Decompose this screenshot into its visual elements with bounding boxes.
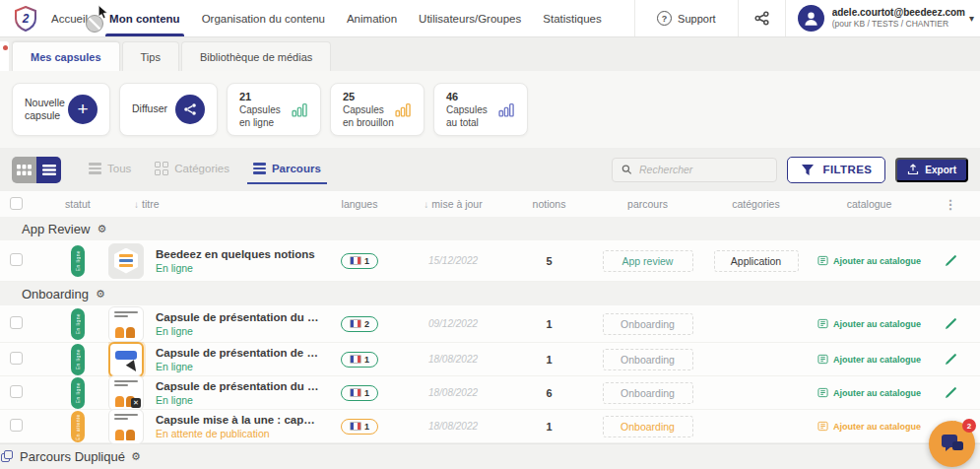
notions-count: 1 (507, 318, 591, 330)
edit-pencil-icon[interactable] (931, 317, 970, 330)
tab-bibliotheque[interactable]: Bibliothèque de médias (181, 41, 331, 71)
edit-pencil-icon[interactable] (931, 386, 970, 399)
stat-card-draft[interactable]: 25 Capsules en brouillon (330, 83, 425, 136)
edit-pencil-icon[interactable] (931, 353, 970, 366)
parcours-tag[interactable]: Onboarding (603, 349, 693, 370)
chevron-down-icon[interactable]: ▾ (967, 13, 976, 24)
add-to-catalog-button[interactable]: Ajouter au catalogue (808, 387, 931, 398)
nav-item-accueil[interactable]: Accueil (51, 0, 88, 36)
new-capsule-card[interactable]: Nouvelle capsule + (12, 83, 110, 136)
search-input[interactable] (639, 164, 767, 175)
avatar (798, 5, 824, 32)
row-checkbox[interactable] (10, 253, 23, 266)
topbar-right: ? Support adele.courtot@b (634, 0, 976, 36)
list-icon (253, 163, 266, 173)
status-pill: En ligne (71, 377, 85, 409)
table-row[interactable]: En ligne Capsule de présentation de la s… (0, 343, 980, 376)
gear-icon[interactable]: ⚙ (131, 450, 141, 463)
cards-strip: Nouvelle capsule + Diffuser 21 Capsules … (0, 71, 980, 148)
grid-view-icon[interactable] (12, 157, 36, 183)
table-row[interactable]: En ligne Beedeez en quelques notions En … (0, 240, 980, 282)
status-pill: En attente de publication (71, 411, 85, 442)
tab-tips[interactable]: Tips (122, 41, 179, 71)
capsule-thumbnail (108, 342, 144, 377)
funnel-icon (801, 164, 815, 176)
edit-pencil-icon[interactable] (931, 254, 970, 267)
notions-count: 6 (507, 387, 591, 399)
capsule-thumbnail: ✕ (108, 375, 144, 411)
chat-bubbles-icon (940, 433, 965, 456)
tab-mes-capsules[interactable]: Mes capsules (12, 41, 120, 71)
language-badge[interactable]: 2 (341, 316, 378, 332)
table-row[interactable]: En ligne Capsule de présentation du micr… (0, 305, 980, 343)
add-to-catalog-button[interactable]: Ajouter au catalogue (808, 255, 931, 266)
capsule-status: En ligne (156, 394, 320, 406)
add-to-catalog-button[interactable]: Ajouter au catalogue (808, 354, 931, 365)
capsule-thumbnail (108, 306, 144, 342)
col-mise-a-jour[interactable]: ↓mise à jour (399, 198, 507, 210)
gear-icon[interactable]: ⚙ (97, 223, 106, 235)
capsule-title: Capsule de présentation du Live (156, 380, 320, 392)
add-to-catalog-button[interactable]: Ajouter au catalogue (808, 421, 931, 432)
stat-card-online[interactable]: 21 Capsules en ligne (227, 83, 321, 136)
capsule-thumbnail (108, 243, 144, 279)
user-menu[interactable]: adele.courtot@beedeez.com (pour KB / TES… (786, 0, 967, 36)
filters-button[interactable]: FILTRES (787, 157, 885, 183)
language-badge[interactable]: 1 (341, 419, 378, 435)
person-icon (802, 9, 820, 28)
content-tabs: Mes capsules Tips Bibliothèque de médias (0, 37, 980, 71)
language-badge[interactable]: 1 (341, 385, 378, 401)
chat-widget-button[interactable]: 2 (929, 421, 975, 467)
export-button[interactable]: Export (895, 158, 968, 182)
table-row[interactable]: En attente de publication Capsule mise à… (0, 410, 980, 443)
row-checkbox[interactable] (10, 316, 23, 329)
plus-icon[interactable]: + (68, 95, 98, 124)
gear-icon[interactable]: ⚙ (96, 288, 105, 301)
capsule-status: En ligne (156, 361, 320, 372)
nav-item-animation[interactable]: Animation (347, 0, 397, 36)
add-to-catalog-button[interactable]: Ajouter au catalogue (808, 318, 931, 329)
section-header-onboarding: Onboarding ⚙ (0, 282, 980, 305)
list-view-icon[interactable] (36, 157, 61, 183)
overflow-menu-icon[interactable]: ⋮ (931, 197, 970, 212)
view-tab-parcours[interactable]: Parcours (253, 163, 321, 176)
flag-icon (350, 256, 361, 265)
duplicate-icon (1, 450, 14, 463)
list-icon (89, 163, 101, 173)
category-tag[interactable]: Application (714, 250, 799, 272)
table-row[interactable]: En ligne ✕ Capsule de présentation du Li… (0, 376, 980, 410)
nav-item-organisation[interactable]: Organisation du contenu (202, 0, 325, 36)
view-toggle[interactable] (12, 157, 61, 183)
notions-count: 5 (507, 255, 591, 267)
search-box (612, 158, 777, 182)
parcours-tag[interactable]: Onboarding (603, 313, 693, 335)
diffuser-card[interactable]: Diffuser (119, 83, 218, 136)
col-titre[interactable]: ↓titre (108, 198, 320, 210)
catalog-icon (817, 387, 828, 398)
row-checkbox[interactable] (10, 419, 23, 432)
support-button[interactable]: ? Support (635, 0, 738, 36)
notions-count: 1 (507, 421, 591, 433)
capsule-status: En ligne (156, 325, 320, 337)
org-share-button[interactable] (739, 0, 785, 36)
parcours-tag[interactable]: Onboarding (603, 382, 693, 404)
row-checkbox[interactable] (10, 352, 23, 365)
parcours-tag[interactable]: Onboarding (603, 416, 693, 437)
parcours-tag[interactable]: App review (603, 250, 693, 272)
stat-card-total[interactable]: 46 Capsules au total (433, 83, 528, 136)
share-icon[interactable] (175, 95, 205, 124)
row-checkbox[interactable] (10, 385, 23, 398)
bar-chart-icon (498, 102, 515, 117)
view-tab-categories[interactable]: Catégories (155, 162, 229, 177)
updated-date: 18/08/2022 (399, 421, 507, 432)
select-all-checkbox[interactable] (10, 197, 23, 210)
language-badge[interactable]: 1 (341, 352, 378, 368)
beedeez-logo-icon[interactable]: 2 (14, 6, 37, 32)
nav-item-mon-contenu[interactable]: Mon contenu (109, 0, 180, 36)
view-tab-tous[interactable]: Tous (89, 163, 131, 176)
col-langues: langues (320, 198, 399, 210)
nav-item-statistiques[interactable]: Statistiques (543, 0, 601, 36)
capsule-title: Capsule mise à la une : capsule de prése… (156, 414, 320, 426)
language-badge[interactable]: 1 (341, 253, 378, 269)
nav-item-utilisateurs[interactable]: Utilisateurs/Groupes (419, 0, 521, 36)
